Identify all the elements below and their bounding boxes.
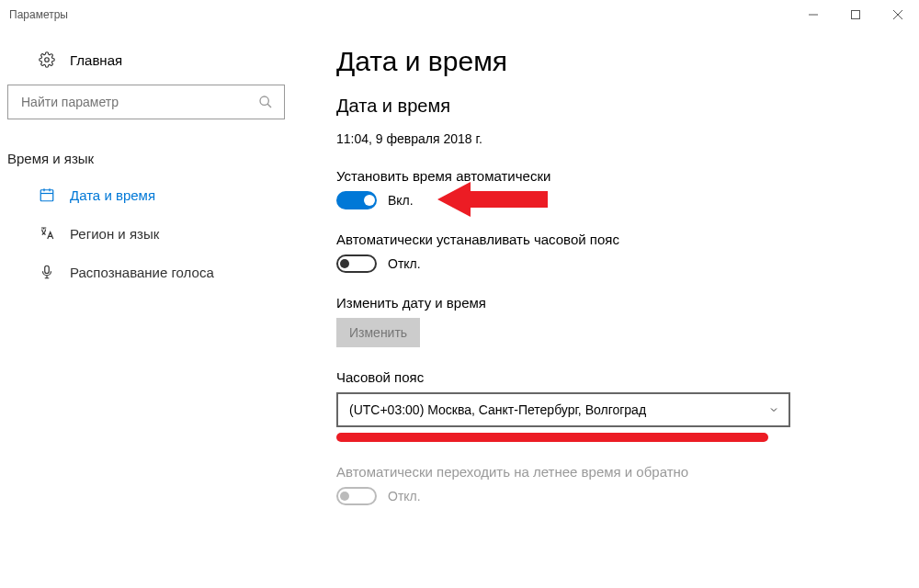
language-icon <box>39 225 55 242</box>
page-title: Дата и время <box>336 46 891 77</box>
sidebar: Главная Время и язык Дата и время <box>0 29 303 588</box>
sidebar-item-region-language[interactable]: Регион и язык <box>0 214 303 253</box>
close-button[interactable] <box>877 0 919 29</box>
chevron-down-icon <box>768 404 779 415</box>
sidebar-item-label: Регион и язык <box>70 226 159 242</box>
window-title: Параметры <box>9 8 68 21</box>
svg-marker-12 <box>437 182 548 217</box>
sidebar-section-title: Время и язык <box>0 151 303 175</box>
content-pane: Дата и время Дата и время 11:04, 9 февра… <box>303 29 919 588</box>
sidebar-home[interactable]: Главная <box>0 51 303 85</box>
dst-toggle <box>336 487 377 505</box>
sidebar-item-label: Распознавание голоса <box>70 265 214 280</box>
timezone-dropdown[interactable]: (UTC+03:00) Москва, Санкт-Петербург, Вол… <box>336 392 790 427</box>
maximize-icon <box>851 10 860 19</box>
search-input[interactable] <box>19 94 258 110</box>
auto-time-toggle[interactable] <box>336 191 377 209</box>
minimize-button[interactable] <box>792 0 834 29</box>
section-title: Дата и время <box>336 96 891 117</box>
gear-icon <box>39 51 55 68</box>
calendar-icon <box>39 187 55 203</box>
sidebar-home-label: Главная <box>70 52 122 68</box>
close-icon <box>893 10 902 19</box>
svg-point-4 <box>45 58 50 62</box>
current-datetime: 11:04, 9 февраля 2018 г. <box>336 131 891 146</box>
change-datetime-label: Изменить дату и время <box>336 295 891 311</box>
microphone-icon <box>39 264 55 280</box>
auto-timezone-label: Автоматически устанавливать часовой пояс <box>336 232 891 247</box>
dst-state: Откл. <box>388 489 421 503</box>
auto-timezone-state: Откл. <box>388 256 421 271</box>
dst-label: Автоматически переходить на летнее время… <box>336 464 891 480</box>
search-input-wrapper[interactable] <box>7 85 285 119</box>
search-icon <box>258 95 273 109</box>
annotation-underline <box>336 433 768 442</box>
svg-rect-7 <box>40 190 53 201</box>
svg-rect-1 <box>852 11 860 19</box>
sidebar-item-speech[interactable]: Распознавание голоса <box>0 253 303 291</box>
window-titlebar: Параметры <box>0 0 919 29</box>
auto-time-state: Вкл. <box>388 193 414 208</box>
sidebar-item-date-time[interactable]: Дата и время <box>0 175 303 214</box>
minimize-icon <box>809 10 818 19</box>
timezone-value: (UTC+03:00) Москва, Санкт-Петербург, Вол… <box>349 402 646 417</box>
annotation-arrow-icon <box>437 178 548 220</box>
sidebar-item-label: Дата и время <box>70 187 155 203</box>
timezone-label: Часовой пояс <box>336 369 891 385</box>
auto-time-label: Установить время автоматически <box>336 168 891 184</box>
maximize-button[interactable] <box>834 0 877 29</box>
auto-timezone-toggle[interactable] <box>336 254 377 273</box>
svg-rect-11 <box>45 266 50 273</box>
change-datetime-button: Изменить <box>336 318 420 347</box>
svg-point-5 <box>260 96 268 105</box>
svg-line-6 <box>267 104 271 107</box>
